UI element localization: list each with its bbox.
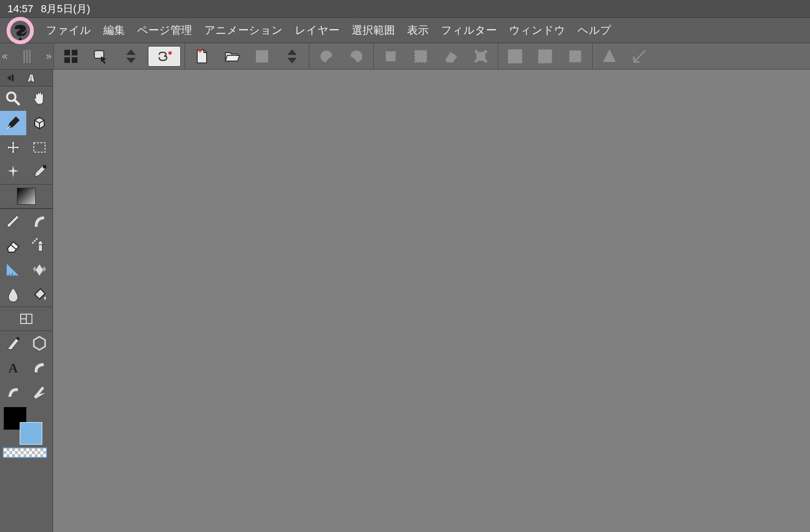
menu-page-management[interactable]: ページ管理 (137, 23, 192, 38)
svg-rect-2 (72, 50, 77, 55)
decoration-tool[interactable] (26, 258, 53, 282)
tool-grid-shape: A (0, 331, 53, 404)
magic-wand-tool[interactable] (0, 160, 26, 184)
canvas-area[interactable] (53, 69, 810, 532)
3d-object-tool[interactable] (26, 111, 53, 135)
new-file-button[interactable] (189, 46, 215, 67)
open-folder-icon (224, 48, 240, 65)
airbrush-tool[interactable] (26, 233, 53, 258)
command-bar-navigator: « » (0, 43, 54, 69)
tool-grid-paint (0, 208, 53, 307)
subtool-preview[interactable] (21, 71, 53, 85)
eraser-tool[interactable] (0, 233, 26, 258)
frame-tool[interactable] (0, 307, 53, 331)
svg-point-13 (393, 52, 395, 54)
snap-ruler-button[interactable] (626, 46, 653, 67)
nav-right-icon[interactable]: » (46, 50, 52, 62)
menu-edit[interactable]: 編集 (103, 23, 125, 38)
svg-text:A: A (8, 361, 18, 375)
blend-tool[interactable] (0, 282, 26, 307)
stepper-2[interactable] (279, 46, 305, 67)
app-logo-button[interactable] (7, 17, 34, 44)
redo-icon (348, 48, 365, 65)
eraser-icon (5, 237, 22, 254)
menu-layer[interactable]: レイヤー (295, 23, 339, 38)
system-status-bar: 14:57 8月5日(月) (0, 0, 810, 18)
zoom-tool[interactable] (0, 86, 26, 111)
gradient-icon (17, 188, 36, 205)
hand-icon (31, 90, 48, 107)
spark-icon (5, 163, 22, 180)
move-tool[interactable] (0, 135, 26, 160)
svg-point-11 (389, 54, 393, 58)
select-all-button[interactable] (408, 46, 434, 67)
text-tool[interactable]: A (0, 355, 26, 380)
fit-selection-button[interactable] (468, 46, 494, 67)
gradient-tool[interactable] (0, 184, 53, 208)
menu-file[interactable]: ファイル (46, 23, 91, 38)
stepper-1[interactable] (118, 46, 144, 67)
scale-up-button[interactable] (532, 46, 558, 67)
shape-tool[interactable] (26, 331, 53, 355)
snap-on-icon (631, 48, 648, 65)
balloon-tool[interactable] (26, 355, 53, 380)
fill-bucket-tool[interactable] (26, 282, 53, 307)
menu-animation[interactable]: アニメーション (204, 23, 283, 38)
linework-tool[interactable] (0, 331, 26, 355)
menu-selection[interactable]: 選択範囲 (352, 23, 395, 38)
svg-rect-4 (72, 57, 77, 63)
quick-access-button[interactable] (58, 46, 84, 67)
crop-button[interactable] (562, 46, 588, 67)
eyedropper-tool[interactable] (26, 160, 53, 184)
brush-icon (5, 213, 22, 230)
cmd-group-selection (374, 43, 498, 69)
open-file-button[interactable] (219, 46, 245, 67)
deselect-button[interactable] (378, 46, 404, 67)
line-correction-tool[interactable] (0, 380, 26, 404)
flash-arrow-icon (31, 384, 48, 401)
cmd-group-file (185, 43, 309, 69)
svg-point-33 (34, 240, 36, 242)
cube-icon (31, 115, 48, 131)
curve-icon (31, 213, 48, 230)
clip-studio-logo-icon (11, 22, 30, 41)
tool-palette: A (0, 69, 53, 532)
grip-icon[interactable] (23, 50, 31, 63)
nav-left-icon[interactable]: « (2, 50, 8, 62)
svg-point-12 (386, 52, 388, 54)
menu-filter[interactable]: フィルター (441, 23, 497, 38)
scale-up-icon (537, 48, 554, 65)
pen-icon (5, 115, 22, 131)
text-a-icon: A (5, 359, 22, 376)
save-button[interactable] (249, 46, 275, 67)
curve-brush-tool[interactable] (26, 209, 53, 233)
marquee-tool[interactable] (26, 135, 53, 160)
cmd-group-undo (309, 43, 374, 69)
background-color-swatch[interactable] (20, 422, 42, 445)
clip-record-button[interactable] (148, 46, 181, 67)
undo-button[interactable] (313, 46, 339, 67)
menu-help[interactable]: ヘルプ (578, 23, 611, 38)
ruler-tool[interactable] (0, 258, 26, 282)
curve2-icon (5, 384, 22, 401)
assets-button[interactable] (88, 46, 114, 67)
scale-down-button[interactable] (502, 46, 528, 67)
clear-selection-button[interactable] (438, 46, 464, 67)
snap-guide-button[interactable] (596, 46, 623, 67)
hand-tool[interactable] (26, 86, 53, 111)
workspace: A (0, 69, 810, 532)
redo-button[interactable] (343, 46, 370, 67)
transparent-color-swatch[interactable] (3, 447, 47, 458)
undo-icon (318, 48, 335, 65)
stream-line-tool[interactable] (26, 380, 53, 404)
pen-tool[interactable] (0, 111, 26, 135)
collapse-subtool-button[interactable] (0, 69, 21, 86)
asset-cursor-icon (93, 48, 109, 65)
brush-tool[interactable] (0, 209, 26, 233)
svg-point-14 (386, 59, 388, 61)
svg-rect-25 (539, 57, 544, 63)
menu-window[interactable]: ウィンドウ (509, 23, 565, 38)
svg-point-35 (32, 242, 34, 244)
menu-view[interactable]: 表示 (407, 23, 429, 38)
linework-icon (5, 335, 22, 352)
